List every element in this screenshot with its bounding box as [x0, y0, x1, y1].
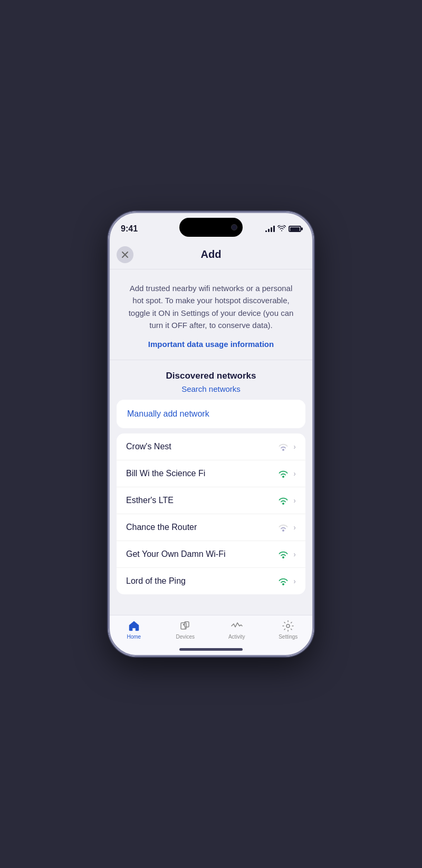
network-right: ›	[277, 496, 296, 505]
network-name: Lord of the Ping	[126, 576, 186, 586]
bar1	[265, 230, 267, 232]
network-right: ›	[277, 550, 296, 558]
home-bar	[179, 648, 243, 651]
close-icon	[121, 251, 129, 258]
tab-home-label: Home	[127, 634, 141, 640]
bar4	[273, 226, 275, 232]
wifi-signal-icon	[277, 523, 289, 532]
devices-icon	[179, 620, 191, 632]
search-networks-button[interactable]: Search networks	[119, 384, 303, 393]
network-item[interactable]: Lord of the Ping ›	[117, 568, 305, 594]
network-name: Get Your Own Damn Wi-Fi	[126, 549, 226, 559]
wifi-signal-icon	[277, 442, 289, 451]
tab-activity[interactable]: Activity	[211, 620, 263, 640]
home-indicator	[108, 642, 314, 657]
signal-bars-icon	[265, 226, 275, 232]
network-name: Crow's Nest	[126, 442, 171, 451]
svg-point-2	[282, 503, 284, 505]
chevron-right-icon: ›	[293, 442, 296, 451]
svg-point-9	[185, 628, 186, 629]
network-name: Esther's LTE	[126, 496, 174, 505]
network-item[interactable]: Bill Wi the Science Fi ›	[117, 460, 305, 487]
battery-icon	[289, 226, 301, 232]
tab-bar: Home Devices Activity	[108, 615, 314, 642]
discovered-section: Discovered networks Search networks	[108, 360, 314, 400]
network-name: Chance the Router	[126, 523, 197, 532]
chevron-right-icon: ›	[293, 550, 296, 558]
networks-card: Crow's Nest › Bill Wi	[117, 433, 305, 594]
tab-home[interactable]: Home	[108, 620, 160, 640]
network-item[interactable]: Chance the Router ›	[117, 514, 305, 541]
network-right: ›	[277, 577, 296, 585]
info-description: Add trusted nearby wifi networks or a pe…	[125, 282, 297, 331]
svg-point-0	[282, 449, 284, 451]
svg-rect-7	[183, 624, 184, 625]
info-section: Add trusted nearby wifi networks or a pe…	[108, 269, 314, 360]
battery-fill	[290, 227, 300, 231]
chevron-right-icon: ›	[293, 523, 296, 532]
home-icon	[128, 620, 140, 632]
chevron-right-icon: ›	[293, 577, 296, 585]
network-item[interactable]: Crow's Nest ›	[117, 433, 305, 460]
bar3	[271, 227, 272, 232]
network-list: Manually add network Crow's Nest	[108, 400, 314, 594]
settings-icon	[282, 620, 294, 632]
tab-settings[interactable]: Settings	[263, 620, 314, 640]
network-name: Bill Wi the Science Fi	[126, 469, 205, 478]
bar2	[268, 229, 270, 232]
dynamic-island	[179, 218, 243, 237]
wifi-signal-icon	[277, 496, 289, 505]
manually-add-card[interactable]: Manually add network	[117, 400, 305, 428]
tab-settings-label: Settings	[279, 634, 298, 640]
activity-icon	[231, 620, 243, 632]
svg-point-3	[282, 529, 284, 532]
wifi-signal-icon	[277, 550, 289, 558]
svg-point-4	[282, 556, 284, 558]
network-item[interactable]: Esther's LTE ›	[117, 487, 305, 514]
phone-frame: 9:41	[108, 211, 314, 657]
page-title: Add	[201, 248, 222, 261]
data-usage-link[interactable]: Important data usage information	[148, 340, 274, 349]
svg-point-10	[286, 624, 290, 628]
chevron-right-icon: ›	[293, 496, 296, 505]
camera-dot	[231, 224, 237, 230]
close-button[interactable]	[117, 246, 133, 263]
wifi-signal-icon	[277, 469, 289, 478]
network-right: ›	[277, 469, 296, 478]
svg-point-5	[282, 583, 284, 585]
tab-activity-label: Activity	[228, 634, 245, 640]
wifi-signal-icon	[277, 577, 289, 585]
tab-devices[interactable]: Devices	[160, 620, 212, 640]
screen: Add Add trusted nearby wifi networks or …	[108, 240, 314, 615]
network-item[interactable]: Get Your Own Damn Wi-Fi ›	[117, 541, 305, 568]
status-icons	[265, 225, 301, 233]
chevron-right-icon: ›	[293, 469, 296, 478]
status-time: 9:41	[121, 224, 138, 234]
tab-devices-label: Devices	[176, 634, 195, 640]
discovered-title: Discovered networks	[119, 371, 303, 381]
svg-point-1	[282, 476, 284, 478]
manually-add-label: Manually add network	[127, 409, 209, 418]
network-right: ›	[277, 523, 296, 532]
network-right: ›	[277, 442, 296, 451]
page-header: Add	[108, 240, 314, 269]
wifi-status-icon	[277, 225, 286, 233]
